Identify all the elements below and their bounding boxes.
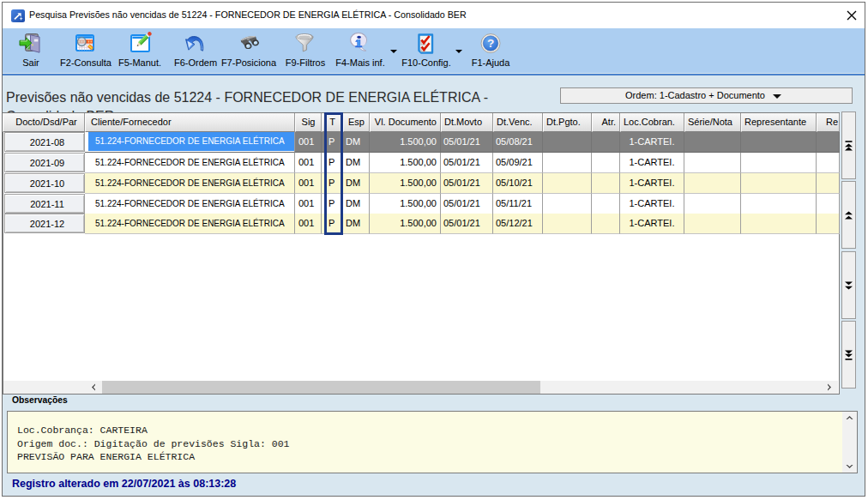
svg-text:?: ? [487, 37, 494, 50]
